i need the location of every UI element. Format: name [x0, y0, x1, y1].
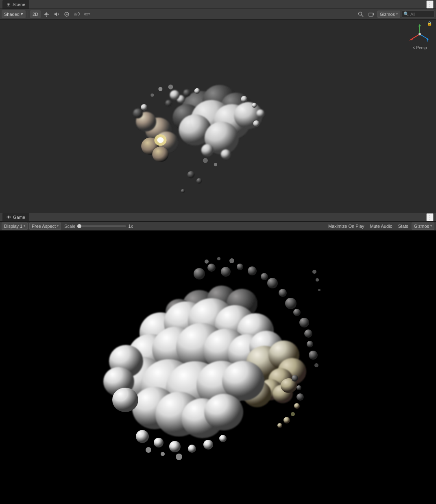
svg-point-127: [267, 278, 278, 288]
svg-point-36: [165, 100, 172, 107]
svg-point-130: [293, 309, 301, 316]
svg-point-121: [194, 268, 205, 279]
svg-text:x: x: [410, 37, 412, 41]
svg-point-176: [112, 388, 138, 412]
scale-label: Scale: [64, 224, 76, 229]
svg-point-45: [196, 178, 202, 184]
svg-point-134: [309, 351, 318, 360]
svg-point-178: [154, 438, 164, 447]
svg-point-38: [183, 89, 191, 97]
shading-chevron: ▾: [21, 11, 23, 17]
svg-point-131: [299, 318, 309, 327]
game-right-controls: Maximize On Play Mute Audio Stats Gizmos…: [326, 223, 434, 230]
svg-point-128: [279, 289, 287, 297]
svg-line-58: [412, 34, 420, 39]
scene-toolbar: Shaded ▾ 2D: [0, 9, 436, 20]
svg-point-133: [307, 341, 313, 347]
svg-point-180: [188, 445, 196, 453]
camera-icon[interactable]: [367, 10, 376, 18]
display-dropdown[interactable]: Display 1 ▾: [2, 223, 28, 230]
scale-container: Scale 1x: [64, 224, 137, 229]
chevron-small: ▾: [88, 12, 90, 16]
svg-point-189: [294, 403, 300, 409]
svg-line-60: [420, 34, 428, 39]
svg-point-54: [203, 158, 208, 163]
scene-layers-button[interactable]: 0: [72, 10, 81, 18]
scene-tab-bar: ⊞ Scene ⋮: [0, 0, 436, 9]
svg-point-186: [292, 375, 298, 382]
game-gizmos-chevron: ▾: [430, 224, 432, 228]
svg-point-50: [253, 120, 259, 127]
scene-more-button[interactable]: ⋮: [426, 0, 434, 9]
scene-toolbar-right: Gizmos ▾ 🔍: [356, 10, 434, 18]
svg-marker-5: [54, 12, 57, 16]
scale-thumb: [77, 224, 81, 228]
scene-tab[interactable]: ⊞ Scene: [2, 0, 29, 9]
svg-point-182: [219, 435, 227, 442]
scene-panel: ⊞ Scene ⋮ Shaded ▾ 2D: [0, 0, 436, 213]
svg-point-40: [133, 109, 143, 118]
game-tab[interactable]: 👁 Game: [2, 213, 29, 221]
game-gizmos-dropdown[interactable]: Gizmos ▾: [412, 223, 434, 230]
svg-text:y: y: [419, 25, 421, 29]
svg-rect-9: [74, 14, 75, 15]
svg-point-187: [296, 385, 301, 390]
svg-point-177: [136, 430, 149, 443]
shading-dropdown[interactable]: Shaded ▾: [2, 10, 26, 18]
axis-gizmo: y x z < Persp: [408, 24, 432, 52]
svg-point-49: [256, 109, 264, 118]
mute-audio-button[interactable]: Mute Audio: [368, 223, 395, 229]
svg-point-0: [45, 13, 48, 15]
svg-text:z: z: [427, 39, 429, 43]
svg-point-43: [221, 149, 231, 159]
svg-point-137: [229, 258, 234, 263]
svg-point-192: [277, 423, 282, 428]
2d-button[interactable]: 2D: [30, 10, 41, 18]
game-panel: 👁 Game ⋮ Display 1 ▾ Free Aspect ▾ Scale…: [0, 213, 436, 504]
game-tab-icon: 👁: [7, 215, 11, 220]
gizmos-dropdown[interactable]: Gizmos ▾: [377, 11, 400, 18]
game-more-button[interactable]: ⋮: [426, 213, 434, 221]
svg-point-179: [169, 441, 181, 452]
svg-point-126: [261, 273, 268, 280]
audio-button[interactable]: [52, 10, 61, 18]
scale-value: 1x: [128, 224, 136, 229]
svg-point-123: [221, 267, 231, 277]
svg-rect-11: [85, 13, 88, 15]
svg-point-14: [358, 12, 362, 15]
lock-icon: 🔒: [427, 21, 432, 26]
svg-point-44: [187, 171, 195, 179]
persp-label: < Persp: [413, 46, 427, 50]
maximize-on-play-button[interactable]: Maximize On Play: [326, 223, 367, 229]
svg-point-124: [237, 264, 243, 270]
svg-rect-7: [74, 13, 75, 14]
scale-slider[interactable]: [77, 225, 126, 227]
svg-point-184: [161, 452, 165, 456]
svg-point-51: [158, 87, 162, 91]
grid-icon: ⊞: [7, 2, 11, 7]
svg-point-52: [150, 94, 154, 97]
scene-viewport[interactable]: y x z < Persp 🔒: [0, 20, 436, 213]
game-tab-label: Game: [13, 215, 25, 220]
stats-button[interactable]: Stats: [396, 223, 411, 229]
display-label: Display 1: [4, 224, 22, 229]
game-viewport[interactable]: [0, 231, 436, 504]
game-tab-bar: 👁 Game ⋮: [0, 213, 436, 222]
svg-point-125: [248, 266, 257, 275]
aspect-dropdown[interactable]: Free Aspect ▾: [29, 223, 61, 230]
display-chevron: ▾: [24, 224, 25, 228]
scene-search-icon[interactable]: [356, 10, 365, 18]
gizmos-label: Gizmos: [380, 12, 395, 17]
svg-point-53: [168, 85, 173, 89]
fx-button[interactable]: [62, 10, 71, 18]
svg-point-41: [141, 104, 147, 111]
svg-point-183: [146, 447, 151, 453]
lights-button[interactable]: [42, 10, 51, 18]
svg-point-32: [152, 146, 168, 162]
scene-tab-label: Scene: [13, 2, 25, 7]
game-toolbar: Display 1 ▾ Free Aspect ▾ Scale 1x Maxim…: [0, 222, 436, 231]
svg-point-140: [318, 289, 320, 291]
svg-point-138: [312, 270, 316, 274]
svg-point-139: [316, 278, 319, 281]
transform-button[interactable]: ▾: [83, 10, 92, 18]
